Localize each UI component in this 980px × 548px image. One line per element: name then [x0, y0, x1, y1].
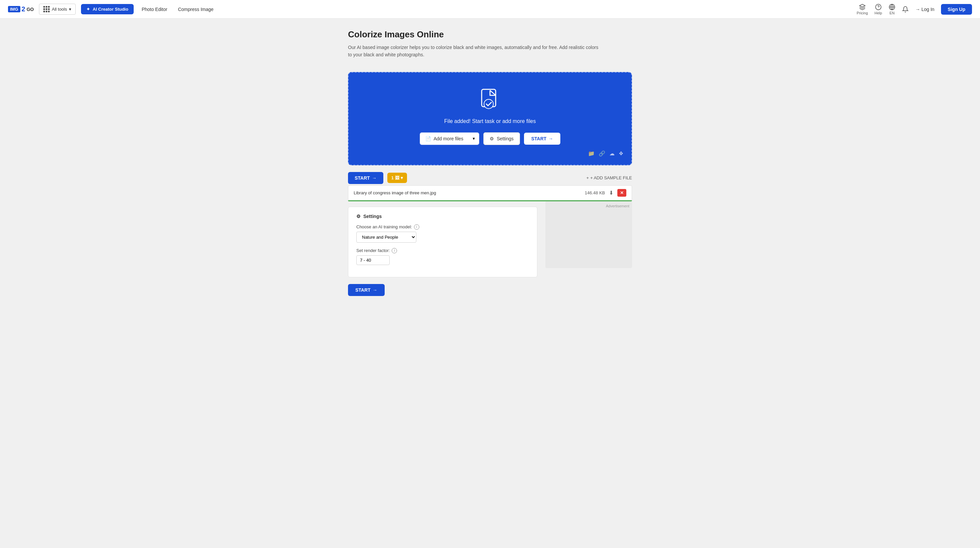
- file-count-badge[interactable]: 1 🖼 ▾: [387, 173, 407, 183]
- settings-and-start: ⚙ Settings Choose an AI training model: …: [348, 201, 537, 296]
- plus-icon: +: [586, 175, 589, 180]
- settings-panel-header: ⚙ Settings: [356, 213, 529, 219]
- page-title: Colorize Images Online: [348, 29, 632, 40]
- render-label: Set render factor: i: [356, 248, 529, 253]
- wand-icon: ✦: [86, 7, 90, 12]
- arrow-right-icon: →: [548, 136, 553, 141]
- file-check-icon: [480, 89, 500, 113]
- main-content: Colorize Images Online Our AI based imag…: [340, 19, 640, 307]
- help-icon: [875, 4, 882, 10]
- render-info-icon[interactable]: i: [392, 248, 397, 253]
- file-name: Library of congress image of three men.j…: [354, 190, 581, 195]
- pricing-icon: [859, 4, 865, 10]
- model-label: Choose an AI training model: i: [356, 224, 529, 230]
- badge-dropdown-icon: ▾: [401, 175, 403, 180]
- log-in-button[interactable]: → Log In: [915, 7, 934, 12]
- start-button-main[interactable]: START →: [524, 133, 561, 145]
- notifications-icon-group[interactable]: [902, 6, 908, 13]
- photo-editor-link[interactable]: Photo Editor: [139, 5, 170, 13]
- settings-panel: ⚙ Settings Choose an AI training model: …: [348, 207, 537, 277]
- upload-message: File added! Start task or add more files: [444, 118, 536, 124]
- add-sample-button[interactable]: + + ADD SAMPLE FILE: [586, 175, 632, 180]
- chevron-down-icon: ▾: [69, 7, 72, 12]
- logo[interactable]: IMG 2 GO: [8, 5, 33, 13]
- file-list-controls: START → 1 🖼 ▾ + + ADD SAMPLE FILE: [348, 172, 632, 184]
- upload-actions: 📄 Add more files ▾ ⚙ Settings START →: [420, 132, 561, 145]
- add-more-files-button[interactable]: 📄 Add more files: [420, 133, 469, 145]
- start-button-bottom[interactable]: START →: [348, 284, 385, 296]
- file-row-container: Library of congress image of three men.j…: [348, 185, 632, 201]
- settings-button[interactable]: ⚙ Settings: [483, 132, 520, 145]
- nav-right: Pricing Help EN → Log In Sign Up: [857, 4, 972, 15]
- advertisement-area: Advertisement: [545, 201, 632, 268]
- main-lower: ⚙ Settings Choose an AI training model: …: [348, 201, 632, 296]
- help-icon-group[interactable]: Help: [875, 4, 882, 15]
- link-icon[interactable]: 🔗: [599, 150, 605, 157]
- upload-icon: 📄: [425, 136, 431, 141]
- page-description: Our AI based image colorizer helps you t…: [348, 44, 601, 59]
- arrow-right-icon-bottom: →: [373, 287, 377, 293]
- bell-icon: [902, 6, 908, 13]
- model-field: Choose an AI training model: i Nature an…: [356, 224, 529, 243]
- file-row: Library of congress image of three men.j…: [348, 185, 632, 200]
- arrow-right-icon-secondary: →: [372, 175, 377, 181]
- logo-img: IMG: [8, 6, 20, 12]
- settings-gear-icon: ⚙: [490, 136, 494, 141]
- dropbox-icon[interactable]: ❖: [619, 150, 623, 157]
- language-selector[interactable]: EN: [889, 4, 895, 15]
- model-select[interactable]: Nature and People Stable Artistic: [356, 232, 416, 243]
- pricing-icon-group[interactable]: Pricing: [857, 4, 868, 15]
- all-tools-button[interactable]: All tools ▾: [39, 4, 76, 15]
- upload-source-icons: 📁 🔗 ☁ ❖: [588, 150, 623, 157]
- navbar: IMG 2 GO All tools ▾ ✦ AI Creator Studio…: [0, 0, 980, 19]
- sign-up-button[interactable]: Sign Up: [941, 4, 972, 15]
- render-field: Set render factor: i: [356, 248, 529, 265]
- ai-creator-button[interactable]: ✦ AI Creator Studio: [81, 4, 134, 14]
- upload-area[interactable]: File added! Start task or add more files…: [348, 72, 632, 165]
- globe-icon: [889, 4, 895, 10]
- svg-point-5: [484, 99, 493, 109]
- dropdown-chevron-icon: ▾: [473, 136, 475, 141]
- download-icon[interactable]: ⬇: [609, 190, 613, 196]
- compress-image-link[interactable]: Compress Image: [175, 5, 216, 13]
- folder-icon[interactable]: 📁: [588, 150, 595, 157]
- add-files-dropdown-button[interactable]: ▾: [469, 133, 479, 145]
- login-icon: →: [915, 7, 920, 12]
- grid-icon: [43, 6, 50, 12]
- file-size: 146.48 KB: [585, 190, 605, 195]
- render-input[interactable]: [356, 255, 390, 265]
- settings-panel-gear-icon: ⚙: [356, 213, 361, 219]
- cloud-upload-icon[interactable]: ☁: [609, 150, 615, 157]
- file-progress-bar: [348, 200, 632, 201]
- model-info-icon[interactable]: i: [414, 224, 419, 230]
- start-button-secondary[interactable]: START →: [348, 172, 383, 184]
- remove-file-button[interactable]: ✕: [617, 189, 626, 197]
- file-icon-badge: 🖼: [395, 175, 399, 180]
